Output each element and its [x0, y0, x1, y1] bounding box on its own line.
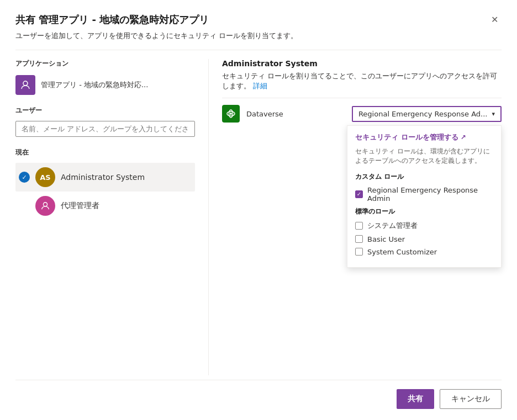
dialog-subtitle: ユーザーを追加して、アプリを使用できるようにセキュリティ ロールを割り当てます。 [15, 31, 502, 41]
role-item-system-customizer[interactable]: System Customizer [355, 248, 493, 256]
svg-point-4 [230, 113, 232, 115]
role-item-basic-user[interactable]: Basic User [355, 235, 493, 243]
dropdown-panel: セキュリティ ロールを管理する ↗ セキュリティ ロールは、環境が含むアプリによ… [347, 125, 502, 268]
share-button[interactable]: 共有 [397, 389, 434, 409]
role-label-system-customizer: System Customizer [367, 248, 437, 256]
dataverse-row: Dataverse Regional Emergency Response Ad… [222, 105, 502, 123]
user-row-1[interactable]: ✓ AS Administrator System [15, 163, 195, 192]
dialog-footer: 共有 キャンセル [15, 380, 502, 409]
checkbox-regional-admin[interactable]: ✓ [355, 190, 363, 198]
svg-point-1 [43, 203, 47, 206]
checkbox-system-customizer[interactable] [355, 248, 363, 256]
dropdown-selected-text: Regional Emergency Response Ad... [358, 110, 488, 118]
dialog: 共有 管理アプリ - 地域の緊急時対応アプリ ✕ ユーザーを追加して、アプリを使… [0, 0, 517, 420]
detail-link[interactable]: 詳細 [253, 82, 267, 90]
rp-user-title: Administrator System [222, 59, 502, 68]
rp-description: セキュリティ ロールを割り当てることで、このユーザーにアプリへのアクセスを許可し… [222, 71, 502, 91]
user-avatar-proxy [35, 196, 55, 216]
user-row-2[interactable]: 代理管理者 [15, 192, 195, 220]
dialog-title: 共有 管理アプリ - 地域の緊急時対応アプリ [15, 13, 209, 26]
rp-divider [222, 98, 502, 98]
svg-point-0 [23, 81, 28, 86]
header-divider [15, 50, 502, 50]
role-item-sysadmin[interactable]: システム管理者 [355, 221, 493, 231]
current-label: 現在 [15, 148, 195, 157]
user-name-1: Administrator System [61, 173, 145, 182]
dropdown-description: セキュリティ ロールは、環境が含むアプリによるテーブルへのアクセスを定義します。 [355, 147, 493, 166]
dialog-body: アプリケーション 管理アプリ - 地域の緊急時対応... ユーザー 現在 ✓ A… [15, 59, 502, 375]
user-section-label: ユーザー [15, 106, 195, 115]
role-item-custom-1[interactable]: ✓ Regional Emergency Response Admin [355, 186, 493, 203]
dialog-header: 共有 管理アプリ - 地域の緊急時対応アプリ ✕ [15, 13, 502, 26]
user-search-input[interactable] [15, 121, 195, 137]
app-section-label: アプリケーション [15, 59, 195, 68]
custom-role-section-label: カスタム ロール [355, 172, 493, 182]
role-label-basic-user: Basic User [367, 235, 405, 243]
user-avatar-as: AS [35, 167, 55, 187]
left-panel: アプリケーション 管理アプリ - 地域の緊急時対応... ユーザー 現在 ✓ A… [15, 59, 209, 375]
checkbox-basic-user[interactable] [355, 235, 363, 243]
app-item: 管理アプリ - 地域の緊急時対応... [15, 75, 195, 95]
cancel-button[interactable]: キャンセル [440, 389, 502, 409]
app-avatar-icon [15, 75, 35, 95]
checkbox-sysadmin[interactable] [355, 222, 363, 230]
manage-roles-link[interactable]: セキュリティ ロールを管理する ↗ [355, 132, 493, 142]
close-button[interactable]: ✕ [488, 13, 502, 26]
selected-check-icon: ✓ [19, 172, 30, 183]
standard-role-section-label: 標準のロール [355, 207, 493, 216]
role-label-sysadmin: システム管理者 [367, 221, 418, 231]
role-dropdown[interactable]: Regional Emergency Response Ad... ▾ [352, 106, 502, 122]
right-panel: Administrator System セキュリティ ロールを割り当てることで… [209, 59, 502, 375]
external-link-icon: ↗ [461, 134, 466, 141]
app-name: 管理アプリ - 地域の緊急時対応... [41, 80, 148, 90]
user-name-2: 代理管理者 [61, 201, 99, 211]
chevron-down-icon: ▾ [492, 110, 495, 118]
dataverse-label: Dataverse [246, 110, 345, 118]
dataverse-icon [222, 105, 240, 123]
manage-roles-label: セキュリティ ロールを管理する [355, 132, 458, 142]
role-label-regional-admin: Regional Emergency Response Admin [367, 186, 493, 203]
